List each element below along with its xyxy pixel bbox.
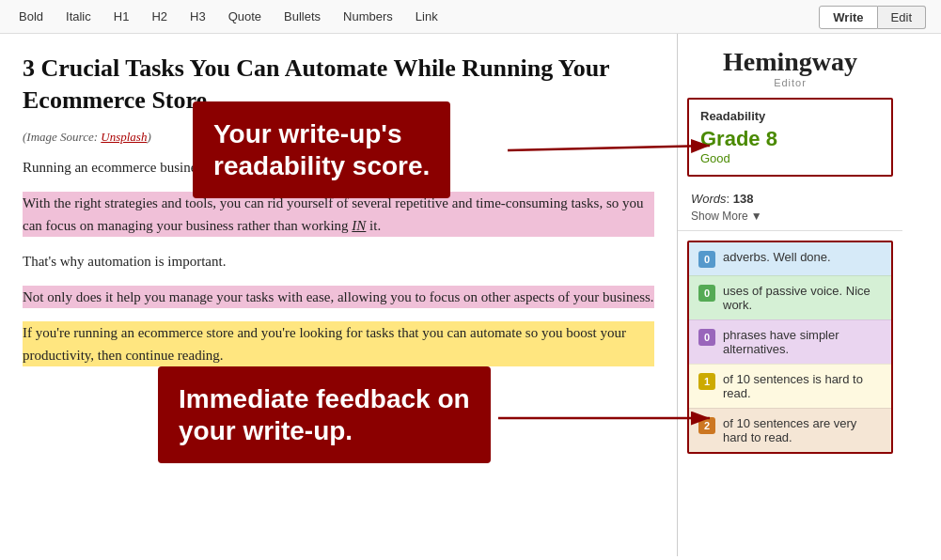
h2-button[interactable]: H2 — [148, 8, 171, 25]
hemingway-logo: Hemingway Editor — [678, 43, 902, 98]
write-button[interactable]: Write — [819, 6, 877, 29]
hard-badge: 1 — [698, 373, 715, 390]
h3-button[interactable]: H3 — [186, 8, 210, 25]
quote-button[interactable]: Quote — [225, 8, 265, 25]
passive-badge: 0 — [698, 285, 715, 302]
main-layout: 3 Crucial Tasks You Can Automate While R… — [0, 34, 941, 556]
write-edit-toggle: Write Edit — [819, 6, 926, 29]
h1-button[interactable]: H1 — [110, 8, 133, 25]
link-button[interactable]: Link — [412, 8, 442, 25]
readability-box: Readability Grade 8 Good — [687, 98, 893, 177]
feedback-section: 0 adverbs. Well done. 0 uses of passive … — [687, 241, 893, 454]
logo-text: Hemingway — [687, 47, 893, 77]
very-hard-text: of 10 sentences are very hard to read. — [723, 416, 882, 444]
adverbs-text: adverbs. Well done. — [723, 250, 831, 264]
bullets-button[interactable]: Bullets — [280, 8, 324, 25]
callout-feedback: Immediate feedback on your write-up. — [158, 366, 491, 463]
toolbar: Bold Italic H1 H2 H3 Quote Bullets Numbe… — [0, 0, 941, 34]
simpler-badge: 0 — [698, 329, 715, 346]
emphasis-word: IN — [352, 218, 366, 233]
paragraph-3: That's why automation is important. — [23, 250, 654, 272]
feedback-passive: 0 uses of passive voice. Nice work. — [689, 275, 891, 319]
words-count: Words: 138 — [691, 192, 889, 206]
show-more-button[interactable]: Show More ▼ — [691, 210, 762, 223]
italic-button[interactable]: Italic — [62, 8, 95, 25]
adverbs-badge: 0 — [698, 251, 715, 268]
paragraph-4: Not only does it help you manage your ta… — [23, 286, 654, 308]
readability-desc: Good — [700, 151, 880, 165]
edit-button[interactable]: Edit — [878, 6, 926, 29]
feedback-adverbs: 0 adverbs. Well done. — [689, 242, 891, 275]
feedback-simpler: 0 phrases have simpler alternatives. — [689, 319, 891, 364]
numbers-button[interactable]: Numbers — [339, 8, 397, 25]
paragraph-5: If you're running an ecommerce store and… — [23, 321, 654, 366]
readability-grade: Grade 8 — [700, 127, 880, 151]
feedback-very-hard: 2 of 10 sentences are very hard to read. — [689, 408, 891, 452]
chevron-down-icon: ▼ — [751, 210, 762, 223]
logo-sub: Editor — [687, 77, 893, 88]
right-sidebar: Hemingway Editor Readability Grade 8 Goo… — [677, 34, 902, 556]
unsplash-link[interactable]: Unsplash — [101, 130, 147, 144]
very-hard-badge: 2 — [698, 417, 715, 434]
bold-button[interactable]: Bold — [15, 8, 47, 25]
simpler-text: phrases have simpler alternatives. — [723, 328, 882, 356]
passive-text: uses of passive voice. Nice work. — [723, 284, 882, 312]
readability-label: Readability — [700, 109, 880, 123]
hard-text: of 10 sentences is hard to read. — [723, 372, 882, 400]
words-section: Words: 138 Show More ▼ — [678, 188, 902, 231]
feedback-hard: 1 of 10 sentences is hard to read. — [689, 364, 891, 408]
callout-readability: Your write-up's readability score. — [193, 101, 450, 198]
